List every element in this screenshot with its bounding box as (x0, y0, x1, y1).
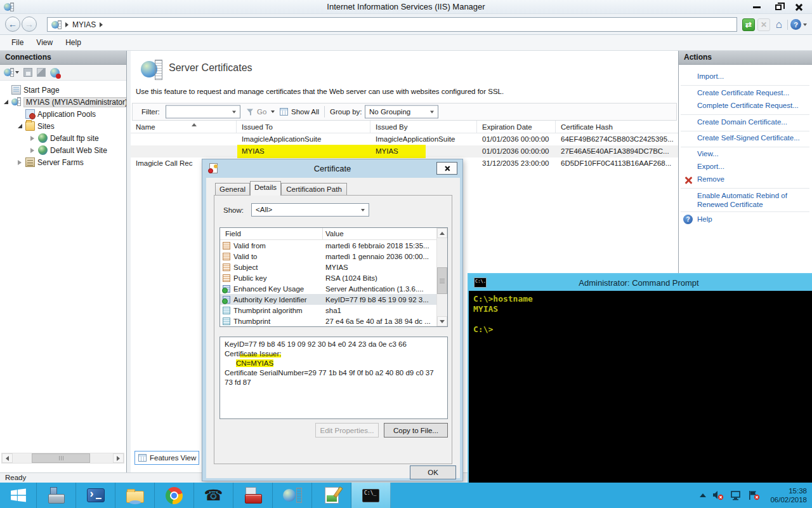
taskbar-button-phone-app[interactable]: ☎ (194, 483, 233, 508)
action-complete-certificate-request[interactable]: Complete Certificate Request... (697, 102, 799, 109)
features-view-tab[interactable]: Features View (134, 451, 199, 465)
fields-vertical-scrollbar[interactable] (436, 228, 447, 326)
action-enable-rebind[interactable]: Enable Automatic Rebind of Renewed Certi… (697, 191, 802, 209)
connect-dropdown-icon[interactable] (15, 71, 19, 74)
field-row[interactable]: Thumbprint 27 e4 6a 5e 40 af 1a 38 94 dc… (220, 316, 447, 326)
taskbar-button-editor[interactable] (312, 483, 351, 508)
table-row[interactable]: ImagicleApplicationSuite ImagicleApplica… (131, 133, 678, 145)
tree-item-default-web-site[interactable]: Default Web Site (0, 144, 126, 156)
disconnect-icon[interactable] (50, 68, 60, 77)
back-button[interactable]: ← (5, 17, 20, 32)
show-select[interactable]: <All> (251, 203, 369, 217)
tree-item-label[interactable]: Start Page (23, 86, 60, 95)
tab-details[interactable]: Details (250, 181, 281, 196)
taskbar-button-command-prompt[interactable] (351, 483, 391, 508)
start-button[interactable] (0, 483, 37, 508)
action-view[interactable]: View... (697, 150, 719, 157)
breadcrumb-node[interactable]: MYIAS (72, 20, 96, 29)
refresh-button[interactable]: ⇄ (742, 18, 755, 31)
action-help[interactable]: Help (697, 215, 712, 223)
network-icon[interactable] (730, 491, 742, 500)
menu-file[interactable]: File (5, 36, 30, 49)
restore-button[interactable] (769, 1, 788, 13)
dialog-close-button[interactable] (436, 162, 457, 175)
taskbar-button-chrome[interactable] (155, 483, 194, 508)
taskbar-button-iis-manager[interactable] (273, 483, 312, 508)
notifications-flag-icon[interactable] (748, 490, 760, 500)
column-header-hash[interactable]: Certificate Hash (556, 121, 678, 133)
tree-item-label[interactable]: Server Farms (37, 158, 84, 167)
tab-certification-path[interactable]: Certification Path (281, 183, 347, 196)
field-row[interactable]: Valid from martedì 6 febbraio 2018 15:35… (220, 240, 447, 251)
help-dropdown-caret-icon[interactable] (803, 23, 807, 26)
taskbar-button-server-manager[interactable] (37, 483, 76, 508)
save-connections-icon[interactable] (23, 68, 32, 77)
scrollbar-thumb[interactable] (32, 453, 90, 463)
field-row[interactable]: Enhanced Key Usage Server Authentication… (220, 283, 447, 294)
breadcrumb-arrow-icon[interactable] (100, 22, 103, 27)
tree-item-start-page[interactable]: Start Page (0, 84, 126, 96)
show-hidden-icons-button[interactable] (700, 493, 706, 497)
action-export[interactable]: Export... (697, 163, 724, 170)
field-column-header[interactable]: Field (225, 228, 241, 239)
tab-general[interactable]: General (215, 183, 250, 196)
forward-button[interactable]: → (22, 17, 37, 32)
column-header-issued-by[interactable]: Issued By (370, 121, 477, 133)
cmd-titlebar[interactable]: Administrator: Command Prompt (469, 274, 812, 291)
volume-muted-icon[interactable] (712, 490, 724, 500)
go-dropdown-icon[interactable] (271, 110, 275, 113)
copy-to-file-button[interactable]: Copy to File... (384, 423, 448, 438)
scrollbar-thumb[interactable] (437, 267, 447, 294)
action-remove[interactable]: Remove (697, 175, 724, 183)
tree-item-label[interactable]: Default ftp site (50, 134, 99, 143)
taskbar-clock[interactable]: 15:38 06/02/2018 (770, 486, 807, 504)
column-header-name[interactable]: Name (131, 121, 237, 133)
group-by-select[interactable]: No Grouping (365, 105, 438, 119)
field-row[interactable]: Subject MYIAS (220, 262, 447, 272)
tree-item-application-pools[interactable]: Application Pools (0, 108, 126, 120)
tree-item-sites[interactable]: Sites (0, 120, 126, 132)
scroll-left-button[interactable] (2, 453, 13, 463)
tree-expander-icon[interactable] (29, 135, 36, 142)
field-detail-text[interactable]: KeyID=77 f9 b8 45 19 09 92 30 b4 e0 24 2… (219, 337, 448, 419)
action-create-domain-certificate[interactable]: Create Domain Certificate... (697, 118, 787, 126)
tree-expander-icon[interactable] (29, 147, 36, 154)
show-all-button[interactable]: Show All (291, 108, 319, 116)
tree-item-server-myias[interactable]: MYIAS (MYIAS\Administrator) (0, 96, 126, 108)
column-header-expiration[interactable]: Expiration Date (477, 121, 556, 133)
tree-item-label[interactable]: Sites (37, 122, 55, 131)
filter-input[interactable] (166, 105, 240, 119)
scroll-up-button[interactable] (437, 228, 447, 238)
minimize-button[interactable] (747, 1, 766, 13)
tree-item-default-ftp-site[interactable]: Default ftp site (0, 132, 126, 144)
menu-view[interactable]: View (30, 36, 59, 49)
taskbar-button-powershell[interactable] (76, 483, 115, 508)
cmd-terminal[interactable]: C:\>hostnameMYIAS C:\> (469, 291, 812, 483)
field-row-selected[interactable]: Authority Key Identifier KeyID=77 f9 b8 … (220, 294, 447, 305)
close-button[interactable] (789, 1, 808, 13)
home-button[interactable]: ⌂ (773, 18, 785, 31)
menu-help[interactable]: Help (59, 36, 88, 49)
column-header-issued-to[interactable]: Issued To (237, 121, 370, 133)
action-create-certificate-request[interactable]: Create Certificate Request... (697, 89, 789, 97)
stop-button[interactable]: ✕ (757, 18, 770, 31)
dialog-titlebar[interactable]: Certificate (202, 159, 462, 178)
field-row[interactable]: Valid to martedì 1 gennaio 2036 00:00... (220, 251, 447, 262)
field-row[interactable]: Thumbprint algorithm sha1 (220, 305, 447, 316)
help-button[interactable]: ? (790, 19, 801, 30)
tree-item-label[interactable]: Application Pools (37, 110, 96, 119)
go-button[interactable]: Go (257, 108, 266, 116)
tree-expander-icon[interactable] (16, 159, 23, 166)
action-import[interactable]: Import... (697, 72, 724, 80)
breadcrumb-arrow-icon[interactable] (65, 22, 69, 27)
tree-item-label[interactable]: Default Web Site (50, 146, 107, 155)
tree-expander-icon[interactable] (3, 99, 9, 105)
tree-item-server-farms[interactable]: Server Farms (0, 156, 126, 168)
breadcrumb[interactable]: MYIAS (47, 17, 737, 32)
rename-icon[interactable] (37, 68, 46, 77)
field-row[interactable]: Public key RSA (1024 Bits) (220, 272, 447, 283)
table-row[interactable]: MYIAS MYIAS 01/01/2036 00:00:00 27E46A5E… (131, 145, 678, 157)
ok-button[interactable]: OK (410, 465, 456, 479)
command-prompt-window[interactable]: Administrator: Command Prompt C:\>hostna… (468, 273, 812, 484)
taskbar-button-admin-tools[interactable] (233, 483, 273, 508)
